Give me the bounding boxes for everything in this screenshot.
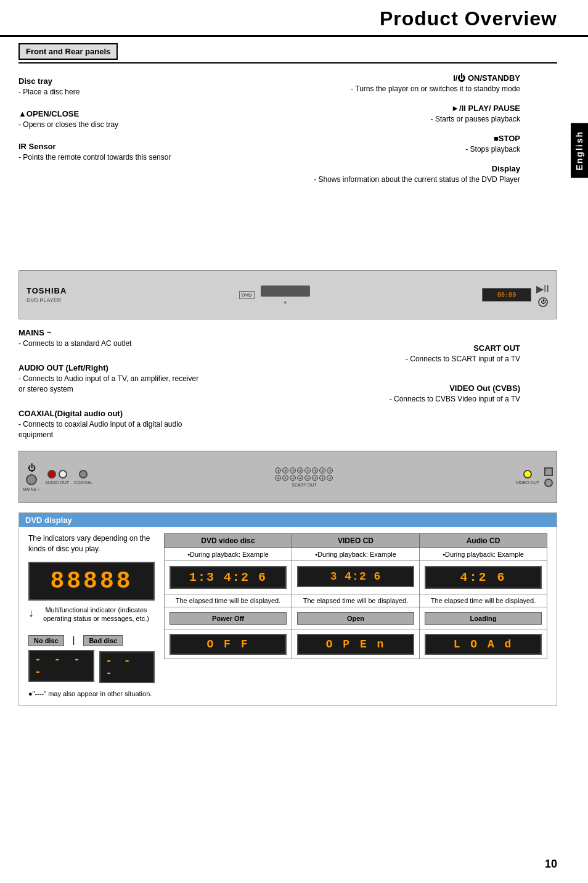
display-label: Display - Shows information about the cu… <box>314 163 520 185</box>
front-rear-section: Front and Rear panels Disc tray - Place … <box>18 43 557 319</box>
pin: + <box>282 467 288 474</box>
coaxial-connector-label: COAXIAL <box>74 480 92 485</box>
vcd-elapsed-display: 3 4:2 6 <box>297 566 414 587</box>
pin: + <box>297 475 303 481</box>
disc-status-row: No disc | Bad disc <box>28 635 155 646</box>
dvd-display-content: The indicators vary depending on the kin… <box>19 527 557 705</box>
page-title: Product Overview <box>12 7 557 30</box>
dvd-player-front-image: TOSHIBA DVD PLAYER DVD ▲ 00:00 ▶II ⏻ <box>18 270 557 319</box>
coaxial-label: COAXIAL(Digital audio out) - Connects to… <box>18 408 203 440</box>
pin: + <box>319 467 325 474</box>
acd-status-display: L O A d <box>425 634 542 655</box>
vcd-status-label-box: Open <box>297 612 414 625</box>
pin: + <box>290 467 296 474</box>
front-buttons: ▶II ⏻ <box>536 283 549 307</box>
ir-sensor-label: IR Sensor - Points the remote control to… <box>18 141 185 163</box>
dvd-front-center: DVD ▲ <box>67 285 482 304</box>
disc-tray-title: Disc tray <box>18 76 185 87</box>
play-pause-title: ►/II PLAY/ PAUSE <box>431 103 520 114</box>
mains-label: MAINS ~ - Connects to a standard AC outl… <box>18 327 203 349</box>
acd-playback-label: •During playback: Example <box>420 548 547 561</box>
display-left-panel: The indicators vary depending on the kin… <box>28 533 164 699</box>
rca-left <box>59 470 67 478</box>
display-layout: The indicators vary depending on the kin… <box>28 533 547 699</box>
pin: + <box>327 475 333 481</box>
indicator-arrow-row: ↓ Multifunctional indicator (indicates o… <box>28 606 155 631</box>
rear-section: MAINS ~ - Connects to a standard AC outl… <box>18 324 557 503</box>
dashes-right-display: - - - <box>99 651 155 683</box>
vcd-status-label-cell: Open <box>292 607 420 630</box>
acd-elapsed-display: 4:2 6 <box>425 566 542 589</box>
open-close-desc: - Opens or closes the disc tray <box>18 120 185 130</box>
ir-sensor-desc: - Points the remote control towards this… <box>18 152 185 163</box>
audio-cd-header: Audio CD <box>420 534 547 548</box>
left-labels: Disc tray - Place a disc here ▲OPEN/CLOS… <box>18 70 191 267</box>
video-out-desc: - Connects to CVBS Video input of a TV <box>390 394 520 405</box>
on-standby-desc: - Turns the player on or switches it to … <box>351 84 520 94</box>
stop-desc: - Stops playback <box>465 144 520 155</box>
coaxial-title: COAXIAL(Digital audio out) <box>18 408 203 419</box>
dashes-row: - - - - - - - <box>28 650 155 684</box>
video-rca-label: VIDEO OUT <box>515 480 539 485</box>
dvd-display-header: DVD display <box>19 513 557 527</box>
dvd-elapsed-display: 1:3 4:2 6 <box>169 566 287 589</box>
rear-power-connector: ⏻ MAINS ~ <box>23 463 40 491</box>
pin: + <box>275 467 281 474</box>
power-socket-icon: ⏻ <box>28 463 36 472</box>
audio-out-label: AUDIO OUT (Left/Right) - Connects to Aud… <box>18 363 203 395</box>
scart-pins: + + + + + + + + + + + + + <box>275 467 333 481</box>
dashes-left-display: - - - - <box>28 650 94 682</box>
dvd-front-right: 00:00 ▶II ⏻ <box>482 283 549 307</box>
ir-sensor-title: IR Sensor <box>18 141 185 152</box>
dvd-status-label-box: Power Off <box>169 612 287 625</box>
front-rear-header: Front and Rear panels <box>18 43 118 60</box>
dvd-front-left: TOSHIBA DVD PLAYER <box>27 286 67 303</box>
scart-out-title: SCART OUT <box>406 343 520 354</box>
indicator-label: Multifunctional indicator (indicates ope… <box>38 606 155 623</box>
mains-connector-label: MAINS ~ <box>23 487 40 491</box>
dvd-elapsed-display-cell: 1:3 4:2 6 <box>165 561 292 594</box>
play-pause-desc: - Starts or pauses playback <box>431 114 520 125</box>
disc-slot-indicator: ▲ <box>283 300 287 304</box>
section-divider <box>18 62 557 64</box>
rear-right-labels: SCART OUT - Connects to SCART input of a… <box>203 324 557 448</box>
dvd-playback-label: •During playback: Example <box>165 548 292 561</box>
audio-out-desc: - Connects to Audio input of a TV, an am… <box>18 374 203 395</box>
dvd-video-disc-header: DVD video disc <box>165 534 292 548</box>
main-content: Front and Rear panels Disc tray - Place … <box>0 43 588 718</box>
pin: + <box>290 475 296 481</box>
disc-slot <box>261 285 310 297</box>
front-panel-labels-area: Disc tray - Place a disc here ▲OPEN/CLOS… <box>18 70 557 267</box>
vcd-status-display-cell: O P E n <box>292 630 420 659</box>
page-title-bar: Product Overview <box>0 0 588 37</box>
dvd-badge: DVD <box>239 291 255 299</box>
no-disc-box: No disc <box>28 635 64 646</box>
dvd-status-label-cell: Power Off <box>165 607 292 630</box>
mains-desc: - Connects to a standard AC outlet <box>18 339 203 349</box>
toshiba-logo: TOSHIBA <box>27 286 67 295</box>
dvd-status-display: O F F <box>169 634 287 655</box>
video-out-label: VIDEO Out (CVBS) - Connects to CVBS Vide… <box>390 383 520 405</box>
stop-label: ■STOP - Stops playback <box>465 133 520 155</box>
play-pause-label: ►/II PLAY/ PAUSE - Starts or pauses play… <box>431 103 520 125</box>
dvd-display-section: DVD display The indicators vary dependin… <box>18 512 557 706</box>
english-language-tab: English <box>571 123 588 178</box>
display-desc: - Shows information about the current st… <box>314 175 520 185</box>
power-button-front[interactable]: ⏻ <box>538 297 548 307</box>
open-close-label: ▲OPEN/CLOSE - Opens or closes the disc t… <box>18 109 185 130</box>
rear-left-labels: MAINS ~ - Connects to a standard AC outl… <box>18 324 203 448</box>
video-out-title: VIDEO Out (CVBS) <box>390 383 520 394</box>
scart-connector-label: SCART OUT <box>292 483 316 487</box>
video-rca-connector: VIDEO OUT <box>515 470 539 485</box>
mains-title: MAINS ~ <box>18 327 203 339</box>
play-pause-button-front[interactable]: ▶II <box>536 283 549 295</box>
dvd-elapsed-text: The elapsed time will be displayed. <box>165 594 292 607</box>
disc-type-table: DVD video disc VIDEO CD Audio CD •During… <box>164 533 547 659</box>
pin: + <box>304 467 311 474</box>
rca-right <box>47 470 56 478</box>
pin: + <box>282 475 288 481</box>
display-right-panel: DVD video disc VIDEO CD Audio CD •During… <box>164 533 547 699</box>
coaxial-jack <box>79 470 88 478</box>
page-number: 10 <box>545 858 557 871</box>
vcd-status-display: O P E n <box>297 634 414 655</box>
